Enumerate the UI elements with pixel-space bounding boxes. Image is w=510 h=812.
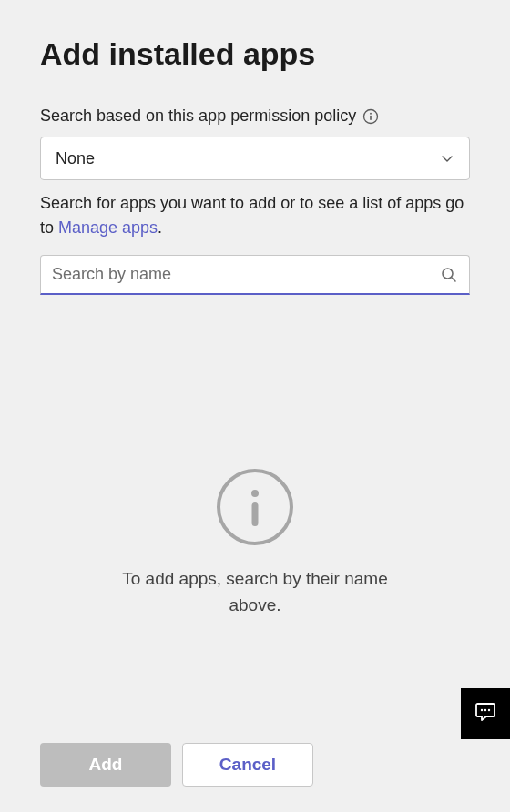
empty-state-text: To add apps, search by their name above. bbox=[109, 566, 401, 618]
svg-point-1 bbox=[370, 112, 372, 114]
info-icon[interactable] bbox=[362, 107, 380, 126]
page-title: Add installed apps bbox=[40, 36, 470, 72]
policy-dropdown-value: None bbox=[56, 149, 95, 168]
search-input[interactable] bbox=[52, 265, 440, 284]
svg-point-11 bbox=[488, 709, 490, 711]
helper-text: Search for apps you want to add or to se… bbox=[40, 191, 470, 240]
empty-info-icon bbox=[216, 468, 294, 550]
svg-point-6 bbox=[251, 490, 259, 497]
policy-dropdown[interactable]: None bbox=[40, 137, 470, 180]
manage-apps-link[interactable]: Manage apps bbox=[58, 218, 158, 237]
cancel-button[interactable]: Cancel bbox=[182, 743, 313, 787]
search-icon bbox=[440, 266, 458, 284]
svg-line-4 bbox=[452, 277, 455, 280]
svg-point-9 bbox=[481, 709, 483, 711]
svg-rect-7 bbox=[252, 502, 259, 526]
policy-label-text: Search based on this app permission poli… bbox=[40, 107, 356, 126]
helper-text-suffix: . bbox=[158, 218, 162, 237]
svg-point-10 bbox=[484, 709, 486, 711]
svg-rect-2 bbox=[370, 115, 372, 119]
add-button[interactable]: Add bbox=[40, 743, 171, 787]
empty-state: To add apps, search by their name above. bbox=[40, 468, 470, 618]
chevron-down-icon bbox=[440, 151, 454, 166]
chat-widget-button[interactable] bbox=[461, 688, 510, 739]
footer-buttons: Add Cancel bbox=[40, 743, 313, 787]
policy-field-label: Search based on this app permission poli… bbox=[40, 107, 470, 126]
chat-icon bbox=[474, 700, 497, 727]
search-box[interactable] bbox=[40, 255, 470, 295]
